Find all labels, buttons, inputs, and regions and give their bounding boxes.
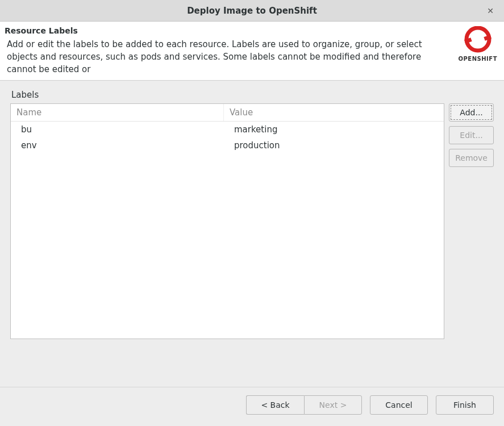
table-row[interactable]: env production [11,137,444,153]
header-text-block: Resource Labels Add or edit the labels t… [5,26,459,76]
add-button[interactable]: Add... [449,103,494,122]
label-name-cell: bu [11,122,224,137]
labels-table-body: bu marketing env production [11,122,444,339]
wizard-header: Resource Labels Add or edit the labels t… [0,22,504,81]
titlebar: Deploy Image to OpenShift ✕ [0,0,504,22]
column-header-value[interactable]: Value [224,104,444,121]
labels-section-label: Labels [11,90,494,100]
next-button: Next > [304,395,362,415]
header-description: Add or edit the labels to be added to ea… [5,39,452,76]
openshift-logo-icon [462,26,494,55]
label-name-cell: env [11,137,224,153]
back-next-group: < Back Next > [246,395,362,415]
label-value-cell: marketing [224,122,444,137]
labels-table-header: Name Value [11,104,444,122]
close-icon[interactable]: ✕ [485,5,496,16]
labels-row: Name Value bu marketing env production A… [10,103,494,381]
label-value-cell: production [224,137,444,153]
wizard-footer: < Back Next > Cancel Finish [0,387,504,426]
column-header-name[interactable]: Name [11,104,224,121]
openshift-logo-text: OPENSHIFT [459,56,497,62]
table-row[interactable]: bu marketing [11,122,444,137]
main-content: Labels Name Value bu marketing env produ… [0,81,504,387]
cancel-button[interactable]: Cancel [370,395,428,415]
window-title: Deploy Image to OpenShift [187,6,317,16]
back-button[interactable]: < Back [246,395,304,415]
edit-button: Edit... [449,126,494,144]
side-buttons: Add... Edit... Remove [449,103,494,167]
remove-button: Remove [449,149,494,167]
header-title: Resource Labels [5,26,452,35]
finish-button[interactable]: Finish [436,395,494,415]
openshift-logo: OPENSHIFT [459,26,497,62]
labels-table[interactable]: Name Value bu marketing env production [10,103,444,339]
